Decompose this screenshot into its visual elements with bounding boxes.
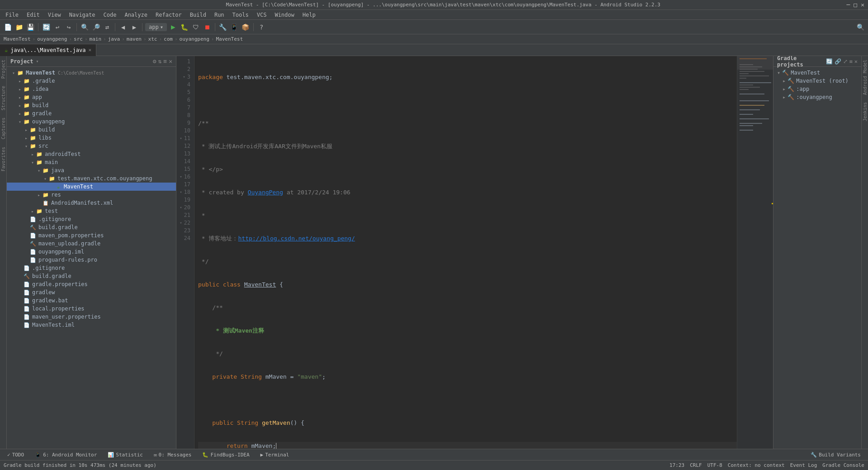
sync-btn[interactable]: 🔄	[41, 22, 51, 32]
bc-src[interactable]: src	[74, 36, 83, 42]
tree-test[interactable]: ▸ 📁 test	[7, 207, 176, 215]
tree-maventest-file[interactable]: ☕ MavenTest	[7, 183, 176, 191]
bc-main[interactable]: main	[90, 36, 102, 42]
tree-idea-dir[interactable]: ▸ 📁 .idea	[7, 85, 176, 93]
find-btn[interactable]: 🔎	[91, 22, 101, 32]
status-context[interactable]: Context: no context	[728, 462, 785, 468]
tree-build-dir[interactable]: ▸ 📁 build	[7, 101, 176, 109]
tree-manifest[interactable]: 📋 AndroidManifest.xml	[7, 199, 176, 207]
tree-maventest-root[interactable]: ▾ 📁 MavenTest C:\Code\MavenTest	[7, 69, 176, 77]
tree-proguard[interactable]: 📄 proguard-rules.pro	[7, 256, 176, 264]
tree-java[interactable]: ▾ 📁 java	[7, 166, 176, 174]
tree-src[interactable]: ▾ 📁 src	[7, 142, 176, 150]
panel-close-icon[interactable]: ✕	[169, 58, 172, 65]
tree-gradlew-bat[interactable]: 📄 gradlew.bat	[7, 296, 176, 305]
status-position[interactable]: 17:23	[669, 462, 684, 468]
structure-tool-label[interactable]: Structure	[0, 82, 7, 114]
bc-java[interactable]: java	[108, 36, 120, 42]
gradle-link-icon[interactable]: 🔗	[835, 58, 841, 65]
tree-res[interactable]: ▸ 📁 res	[7, 191, 176, 199]
bottom-tab-statistic[interactable]: 📊 Statistic	[103, 451, 147, 459]
menu-navigate[interactable]: Navigate	[66, 11, 99, 19]
favorites-tool-label[interactable]: Favorites	[0, 143, 7, 175]
app-selector[interactable]: app ▾	[145, 23, 167, 31]
menu-code[interactable]: Code	[100, 11, 120, 19]
fold-icon[interactable]: ▾	[180, 188, 182, 196]
new-project-btn[interactable]: 📄	[3, 22, 13, 32]
bc-maventest[interactable]: MavenTest	[4, 36, 31, 42]
menu-vcs[interactable]: VCS	[253, 11, 270, 19]
tree-gradlew[interactable]: 📄 gradlew	[7, 288, 176, 296]
jenkins-label[interactable]: Jenkins	[862, 99, 868, 125]
bc-com[interactable]: com	[164, 36, 173, 42]
open-btn[interactable]: 📁	[14, 22, 24, 32]
menu-view[interactable]: View	[44, 11, 65, 19]
tree-app-dir[interactable]: ▸ 📁 app	[7, 93, 176, 101]
menu-edit[interactable]: Edit	[23, 11, 43, 19]
tree-main[interactable]: ▾ 📁 main	[7, 158, 176, 166]
bottom-tab-android-monitor[interactable]: 📱 6: Android Monitor	[30, 451, 101, 459]
gradle-expand-icon[interactable]: ⤢	[843, 58, 848, 65]
menu-window[interactable]: Window	[271, 11, 298, 19]
menu-help[interactable]: Help	[299, 11, 319, 19]
gradle-item-root[interactable]: ▸ 🔨 MavenTest (root)	[773, 77, 861, 85]
tree-gradle-subdir[interactable]: ▸ 📁 gradle	[7, 109, 176, 118]
bottom-tab-findbugs[interactable]: 🐛 FindBugs-IDEA	[198, 451, 254, 459]
tree-package[interactable]: ▾ 📁 test.maven.xtc.com.ouyangpeng	[7, 174, 176, 183]
sdk-manager-btn[interactable]: 📦	[241, 22, 251, 32]
run-with-coverage-btn[interactable]: 🛡	[191, 22, 201, 32]
search-everywhere-btn[interactable]: 🔍	[80, 22, 90, 32]
panel-sort-icon[interactable]: ⇅	[158, 58, 162, 65]
android-model-label[interactable]: Android Model	[862, 56, 868, 99]
status-event-log[interactable]: Event Log	[790, 462, 817, 468]
tree-libs[interactable]: ▸ 📁 libs	[7, 134, 176, 142]
stop-btn[interactable]: ⏹	[202, 22, 212, 32]
bc-maventest2[interactable]: MavenTest	[216, 36, 243, 42]
tree-build-gradle-mod[interactable]: 🔨 build.gradle	[7, 223, 176, 231]
bottom-tab-messages[interactable]: ✉ 0: Messages	[149, 451, 196, 459]
tree-maventest-iml[interactable]: 📄 MavenTest.iml	[7, 321, 176, 329]
tree-maven-upload[interactable]: 🔨 maven_upload.gradle	[7, 240, 176, 248]
fold-icon[interactable]: ▾	[183, 73, 185, 81]
build-variants-label[interactable]: 🔧 Build Variants	[806, 451, 865, 459]
editor-tab-maventest[interactable]: ☕ java\...\MavenTest.java ✕	[0, 44, 96, 56]
save-btn[interactable]: 💾	[25, 22, 35, 32]
bc-maven[interactable]: maven	[127, 36, 142, 42]
bottom-tab-terminal[interactable]: ▶ Terminal	[256, 451, 294, 459]
panel-dropdown-icon[interactable]: ▾	[36, 59, 39, 64]
avd-manager-btn[interactable]: 📱	[229, 22, 239, 32]
status-crlf[interactable]: CRLF	[690, 462, 702, 468]
project-tool-label[interactable]: Project	[0, 56, 7, 82]
minimize-button[interactable]: ─	[847, 1, 850, 8]
restore-button[interactable]: □	[854, 1, 857, 8]
gradle-settings-icon[interactable]: ≡	[849, 58, 853, 65]
captures-tool-label[interactable]: Captures	[0, 114, 7, 143]
replace-btn[interactable]: ⇄	[102, 22, 112, 32]
tree-ouyangpeng-dir[interactable]: ▾ 📁 ouyangpeng	[7, 118, 176, 126]
tree-oyp-iml[interactable]: 📄 ouyangpeng.iml	[7, 248, 176, 256]
forward-btn[interactable]: ▶	[129, 22, 139, 32]
menu-tools[interactable]: Tools	[229, 11, 252, 19]
redo-btn[interactable]: ↪	[64, 22, 74, 32]
bc-xtc[interactable]: xtc	[148, 36, 157, 42]
debug-btn[interactable]: 🐛	[180, 22, 190, 32]
fold-icon[interactable]: ▾	[180, 204, 182, 212]
undo-btn[interactable]: ↩	[52, 22, 62, 32]
code-editor[interactable]: package test.maven.xtc.com.ouyangpeng; /…	[194, 56, 737, 449]
gradle-refresh-icon[interactable]: 🔄	[826, 58, 833, 65]
gradle-item-app[interactable]: ▸ 🔨 :app	[773, 85, 861, 93]
blog-link[interactable]: http://blog.csdn.net/ouyang_peng/	[238, 235, 355, 242]
panel-settings-icon[interactable]: ≡	[163, 58, 167, 65]
tree-maven-user[interactable]: 📄 maven_user.properties	[7, 313, 176, 321]
gradle-sync-btn[interactable]: 🔧	[218, 22, 228, 32]
fold-icon[interactable]: ▾	[180, 173, 182, 181]
gradle-item-ouyangpeng[interactable]: ▸ 🔨 :ouyangpeng	[773, 93, 861, 101]
tree-local-props[interactable]: 📄 local.properties	[7, 305, 176, 313]
tree-gitignore-mod[interactable]: 📄 .gitignore	[7, 215, 176, 223]
menu-file[interactable]: File	[2, 11, 22, 19]
tree-oyp-build[interactable]: ▸ 📁 build	[7, 126, 176, 134]
tree-gitignore-root[interactable]: 📄 .gitignore	[7, 264, 176, 272]
status-charset[interactable]: UTF-8	[707, 462, 722, 468]
menu-refactor[interactable]: Refactor	[152, 11, 185, 19]
menu-run[interactable]: Run	[211, 11, 228, 19]
